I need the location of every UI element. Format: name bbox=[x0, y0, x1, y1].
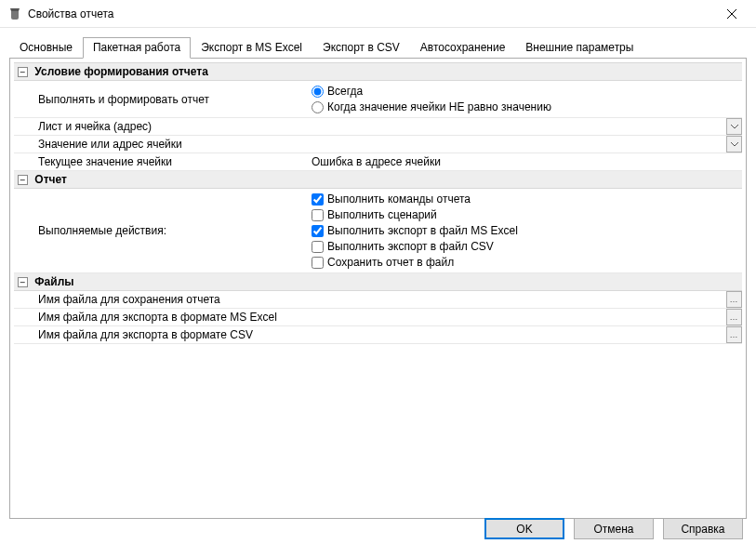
browse-file-excel[interactable]: … bbox=[726, 309, 742, 325]
collapse-icon[interactable]: − bbox=[18, 67, 28, 77]
tab-batch[interactable]: Пакетная работа bbox=[83, 37, 191, 59]
value-value-or-addr[interactable] bbox=[308, 136, 742, 153]
tabstrip: Основные Пакетная работа Экспорт в MS Ex… bbox=[9, 35, 747, 58]
check-save-file-input[interactable] bbox=[312, 257, 324, 269]
group-files[interactable]: − Файлы bbox=[14, 273, 742, 291]
value-sheet-cell[interactable] bbox=[308, 118, 742, 136]
group-condition-label: Условие формирования отчета bbox=[34, 65, 208, 78]
tab-autosave[interactable]: Автосохранение bbox=[410, 37, 515, 59]
tab-external-params[interactable]: Внешние параметры bbox=[515, 37, 643, 59]
browse-file-save[interactable]: … bbox=[726, 291, 742, 308]
check-run-scenario[interactable]: Выполнить сценарий bbox=[312, 207, 738, 222]
value-file-excel[interactable]: … bbox=[308, 309, 742, 326]
label-value-or-addr: Значение или адрес ячейки bbox=[14, 136, 308, 153]
radio-always-input[interactable] bbox=[312, 86, 324, 98]
tab-export-excel[interactable]: Экспорт в MS Excel bbox=[191, 37, 312, 59]
property-grid: − Условие формирования отчета Выполнять … bbox=[14, 62, 742, 344]
check-run-commands-label: Выполнить команды отчета bbox=[327, 192, 471, 206]
value-file-save[interactable]: … bbox=[308, 291, 742, 309]
tab-main[interactable]: Основные bbox=[9, 37, 83, 59]
group-condition[interactable]: − Условие формирования отчета bbox=[14, 63, 742, 81]
window-title: Свойства отчета bbox=[28, 7, 713, 20]
radio-not-equal[interactable]: Когда значение ячейки НЕ равно значению bbox=[312, 100, 738, 114]
radio-always-label: Всегда bbox=[327, 84, 363, 99]
radio-always[interactable]: Всегда bbox=[312, 84, 738, 99]
label-file-save: Имя файла для сохранения отчета bbox=[14, 291, 308, 309]
label-sheet-cell: Лист и ячейка (адрес) bbox=[14, 118, 308, 136]
label-file-excel: Имя файла для экспорта в формате MS Exce… bbox=[14, 309, 308, 326]
check-run-commands-input[interactable] bbox=[312, 193, 324, 206]
value-file-csv[interactable]: … bbox=[308, 326, 742, 344]
dropdown-sheet-cell[interactable] bbox=[726, 118, 742, 135]
check-run-scenario-input[interactable] bbox=[312, 209, 324, 221]
browse-file-csv[interactable]: … bbox=[726, 326, 742, 343]
radio-not-equal-input[interactable] bbox=[312, 101, 324, 113]
dropdown-value-or-addr[interactable] bbox=[726, 136, 742, 153]
check-export-csv[interactable]: Выполнить экспорт в файл CSV bbox=[312, 239, 738, 254]
group-report-label: Отчет bbox=[34, 173, 67, 186]
label-current-value: Текущее значение ячейки bbox=[14, 153, 308, 171]
collapse-icon[interactable]: − bbox=[18, 277, 28, 287]
check-run-scenario-label: Выполнить сценарий bbox=[327, 207, 437, 222]
check-export-csv-input[interactable] bbox=[312, 241, 324, 253]
app-icon bbox=[7, 7, 22, 21]
label-file-csv: Имя файла для экспорта в формате CSV bbox=[14, 326, 308, 344]
check-export-csv-label: Выполнить экспорт в файл CSV bbox=[327, 239, 494, 254]
group-files-label: Файлы bbox=[34, 275, 73, 288]
check-save-file-label: Сохранить отчет в файл bbox=[327, 255, 454, 270]
tab-page: − Условие формирования отчета Выполнять … bbox=[9, 58, 747, 519]
check-export-excel-input[interactable] bbox=[312, 225, 324, 237]
group-report[interactable]: − Отчет bbox=[14, 171, 742, 189]
check-export-excel-label: Выполнить экспорт в файл MS Excel bbox=[327, 223, 518, 238]
titlebar: Свойства отчета bbox=[0, 0, 756, 28]
close-button[interactable] bbox=[713, 1, 750, 27]
check-export-excel[interactable]: Выполнить экспорт в файл MS Excel bbox=[312, 223, 738, 238]
help-button[interactable]: Справка bbox=[663, 518, 743, 539]
label-actions: Выполняемые действия: bbox=[14, 189, 308, 273]
cancel-button[interactable]: Отмена bbox=[574, 518, 654, 539]
check-save-file[interactable]: Сохранить отчет в файл bbox=[312, 255, 738, 270]
value-current-value: Ошибка в адресе ячейки bbox=[312, 155, 441, 168]
check-run-commands[interactable]: Выполнить команды отчета bbox=[312, 192, 738, 206]
ok-button[interactable]: OK bbox=[484, 518, 564, 539]
collapse-icon[interactable]: − bbox=[18, 175, 28, 185]
label-run-and-form: Выполнять и формировать отчет bbox=[14, 81, 308, 118]
tab-export-csv[interactable]: Экспорт в CSV bbox=[312, 37, 410, 59]
radio-not-equal-label: Когда значение ячейки НЕ равно значению bbox=[327, 100, 551, 114]
